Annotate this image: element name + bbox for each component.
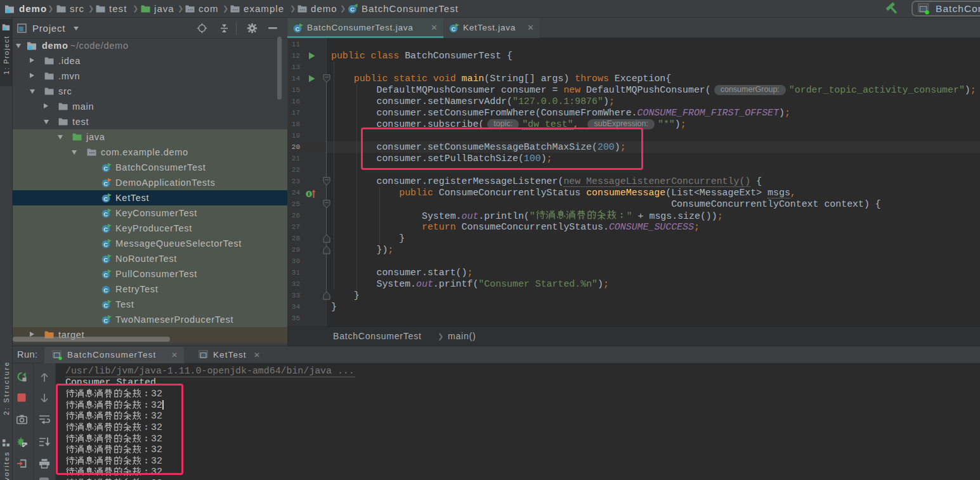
svg-text:C: C bbox=[452, 25, 456, 32]
svg-text:C: C bbox=[296, 25, 300, 32]
svg-text:C: C bbox=[103, 317, 108, 324]
svg-text:C: C bbox=[103, 241, 108, 248]
svg-text:C: C bbox=[103, 180, 108, 187]
svg-text:C: C bbox=[103, 195, 108, 202]
svg-text:C: C bbox=[103, 302, 108, 309]
svg-text:C: C bbox=[103, 226, 108, 233]
svg-text:C: C bbox=[350, 6, 355, 13]
svg-text:C: C bbox=[103, 287, 108, 294]
svg-text:C: C bbox=[103, 256, 108, 263]
svg-text:C: C bbox=[103, 271, 108, 278]
svg-text:C: C bbox=[103, 165, 108, 172]
svg-text:C: C bbox=[103, 211, 108, 217]
